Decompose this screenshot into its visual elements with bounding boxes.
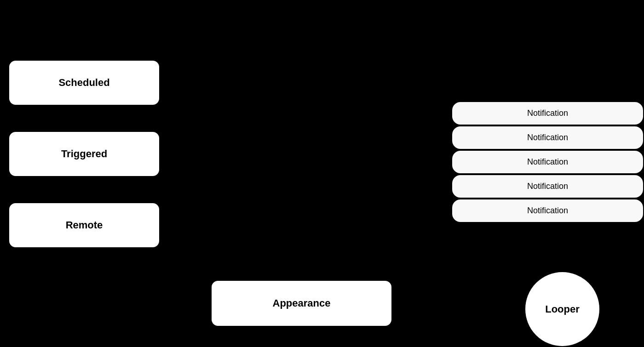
notification-node-1[interactable]: Notification (451, 101, 644, 125)
notification-label-5: Notification (527, 206, 568, 216)
triggered-label: Triggered (61, 148, 107, 160)
remote-label: Remote (66, 219, 103, 231)
triggered-node[interactable]: Triggered (8, 131, 160, 177)
scheduled-label: Scheduled (58, 77, 109, 89)
notification-label-2: Notification (527, 133, 568, 142)
appearance-label: Appearance (273, 297, 331, 309)
diagram-canvas: Scheduled Triggered Remote Appearance Lo… (0, 0, 644, 347)
appearance-node[interactable]: Appearance (211, 280, 392, 327)
notification-label-4: Notification (527, 182, 568, 191)
notification-node-3[interactable]: Notification (451, 150, 644, 174)
notification-node-2[interactable]: Notification (451, 125, 644, 150)
looper-node[interactable]: Looper (524, 271, 600, 347)
remote-node[interactable]: Remote (8, 202, 160, 248)
notification-node-5[interactable]: Notification (451, 199, 644, 223)
notification-label-1: Notification (527, 108, 568, 118)
notification-node-4[interactable]: Notification (451, 174, 644, 199)
scheduled-node[interactable]: Scheduled (8, 60, 160, 106)
looper-label: Looper (545, 303, 580, 315)
notification-label-3: Notification (527, 157, 568, 167)
